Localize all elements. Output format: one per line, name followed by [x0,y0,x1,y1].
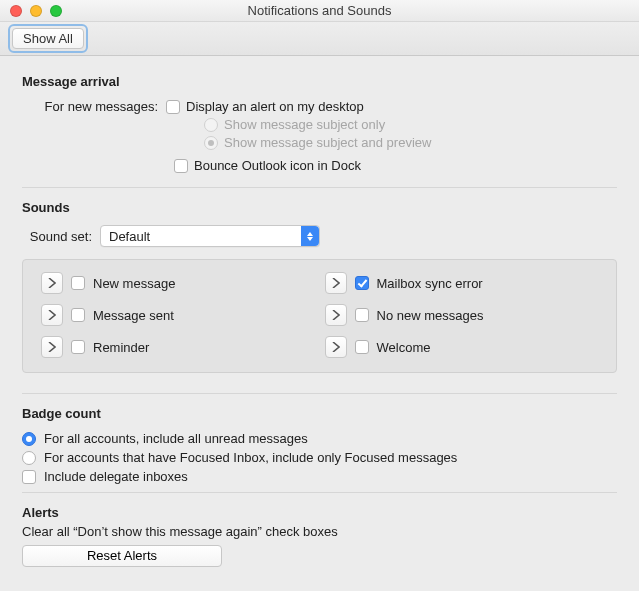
chevron-right-icon [332,310,340,320]
play-button-mailbox-sync-error[interactable] [325,272,347,294]
section-alerts: Alerts Clear all “Don’t show this messag… [22,505,617,567]
sound-checkbox-new-message[interactable] [71,276,85,290]
play-button-reminder[interactable] [41,336,63,358]
play-button-no-new-messages[interactable] [325,304,347,326]
sounds-box: New message Mailbox sync error Message s… [22,259,617,373]
sound-label: Message sent [93,308,174,323]
sound-label: New message [93,276,175,291]
window-title: Notifications and Sounds [0,3,639,18]
divider [22,393,617,394]
sound-item-reminder: Reminder [41,336,315,358]
sound-checkbox-welcome[interactable] [355,340,369,354]
alerts-heading: Alerts [22,505,617,520]
section-badge-count: Badge count For all accounts, include al… [22,406,617,484]
section-message-arrival: Message arrival For new messages: Displa… [22,74,617,173]
chevron-right-icon [48,278,56,288]
chevron-right-icon [48,342,56,352]
show-all-focus-ring: Show All [8,24,88,53]
display-alert-checkbox[interactable] [166,100,180,114]
play-button-message-sent[interactable] [41,304,63,326]
sound-item-new-message: New message [41,272,315,294]
badge-focused-only-radio[interactable] [22,451,36,465]
sound-label: Reminder [93,340,149,355]
sound-checkbox-reminder[interactable] [71,340,85,354]
sound-checkbox-message-sent[interactable] [71,308,85,322]
sound-set-select[interactable]: Default [100,225,320,247]
zoom-window-button[interactable] [50,5,62,17]
subject-and-preview-radio [204,136,218,150]
badge-focused-only-label: For accounts that have Focused Inbox, in… [44,450,457,465]
play-button-welcome[interactable] [325,336,347,358]
divider [22,492,617,493]
toolbar: Show All [0,22,639,56]
display-alert-label: Display an alert on my desktop [186,99,364,114]
sound-checkbox-mailbox-sync-error[interactable] [355,276,369,290]
popup-arrows-icon [301,226,319,246]
badge-all-unread-label: For all accounts, include all unread mes… [44,431,308,446]
subject-only-radio [204,118,218,132]
minimize-window-button[interactable] [30,5,42,17]
for-new-messages-label: For new messages: [22,99,166,114]
sound-item-message-sent: Message sent [41,304,315,326]
badge-count-heading: Badge count [22,406,617,421]
divider [22,187,617,188]
window-controls [0,5,62,17]
include-delegate-checkbox[interactable] [22,470,36,484]
message-arrival-heading: Message arrival [22,74,617,89]
close-window-button[interactable] [10,5,22,17]
bounce-dock-checkbox[interactable] [174,159,188,173]
sound-label: No new messages [377,308,484,323]
chevron-right-icon [48,310,56,320]
chevron-right-icon [332,278,340,288]
include-delegate-label: Include delegate inboxes [44,469,188,484]
sound-checkbox-no-new-messages[interactable] [355,308,369,322]
reset-alerts-button[interactable]: Reset Alerts [22,545,222,567]
section-sounds: Sounds Sound set: Default New message [22,200,617,373]
subject-and-preview-label: Show message subject and preview [224,135,431,150]
sound-label: Mailbox sync error [377,276,483,291]
titlebar: Notifications and Sounds [0,0,639,22]
sound-set-label: Sound set: [22,229,100,244]
subject-only-label: Show message subject only [224,117,385,132]
clear-checkboxes-text: Clear all “Don’t show this message again… [22,524,617,539]
sounds-heading: Sounds [22,200,617,215]
sound-set-value: Default [109,229,150,244]
sound-label: Welcome [377,340,431,355]
sound-item-welcome: Welcome [325,336,599,358]
show-all-button[interactable]: Show All [12,28,84,49]
play-button-new-message[interactable] [41,272,63,294]
badge-all-unread-radio[interactable] [22,432,36,446]
sound-item-no-new-messages: No new messages [325,304,599,326]
chevron-right-icon [332,342,340,352]
bounce-dock-label: Bounce Outlook icon in Dock [194,158,361,173]
sound-item-mailbox-sync-error: Mailbox sync error [325,272,599,294]
